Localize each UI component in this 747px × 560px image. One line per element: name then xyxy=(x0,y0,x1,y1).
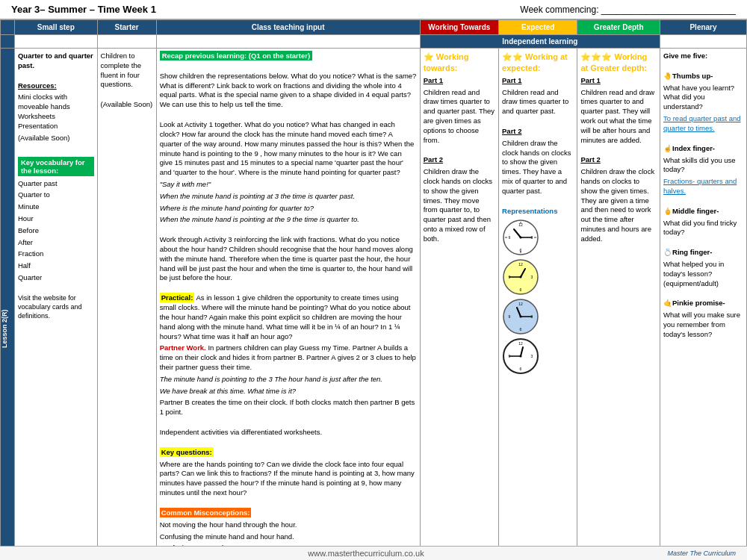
svg-text:9: 9 xyxy=(509,314,511,319)
common-label: Common Misconceptions: xyxy=(160,508,417,518)
exp-part1-label: Part 1 xyxy=(502,76,574,86)
plenary-header: Plenary xyxy=(660,20,747,35)
clock-1: 12 3 6 9 xyxy=(502,219,539,256)
italic1: When the minute hand is pointing at 3 th… xyxy=(160,192,417,202)
exp-part1-text: Children read and draw times quarter to … xyxy=(502,88,574,116)
partner-italic1: The minute hand is pointing to the 3 The… xyxy=(160,375,417,385)
minute: Minute xyxy=(18,202,94,212)
svg-text:6: 6 xyxy=(520,367,522,371)
starter-cell: Children to complete the fluent in four … xyxy=(97,49,156,547)
ct-para1: Show children the representations below.… xyxy=(160,72,417,110)
header-week: Week commencing: _______________________… xyxy=(520,4,736,15)
ct-para2: Look at Activity 1 together. What do you… xyxy=(160,120,417,178)
clock-4: 12 3 6 9 xyxy=(502,337,539,375)
small-step-cell: Quarter to and quarter past. Resources: … xyxy=(14,49,97,547)
exp-cell: ⭐⭐ Working at expected: Part 1 Children … xyxy=(499,49,577,547)
exp-part2-label: Part 2 xyxy=(502,127,574,137)
partner-work: Partner Work. In partners children can p… xyxy=(160,343,417,372)
representations-label: Representations xyxy=(502,207,574,217)
wt-cell: ⭐ Working towards: Part 1 Children read … xyxy=(420,49,498,547)
thumb-text: What have you learnt? What did you under… xyxy=(663,84,743,112)
independent-text: Independent activities via differentiate… xyxy=(160,428,417,438)
gd-header: Greater Depth xyxy=(577,20,660,35)
half: Half xyxy=(18,261,94,271)
svg-text:6: 6 xyxy=(520,327,522,332)
footer-url: www.masterthecurriculum.co.uk xyxy=(86,549,646,558)
key-questions-text: Where are the hands pointing to? Can we … xyxy=(160,460,417,498)
svg-text:12: 12 xyxy=(518,341,523,346)
italic3: When the minute hand is pointing at the … xyxy=(160,215,417,225)
middle-label: 🖕Middle finger- xyxy=(663,207,743,217)
gd-stars: ⭐⭐⭐ Working at Greater depth: xyxy=(580,52,657,74)
key-vocab-box: Key vocabulary for the lesson: xyxy=(18,157,94,176)
starter-text: Children to complete the fluent in four … xyxy=(101,52,153,90)
wt-stars: ⭐ Working towards: xyxy=(424,52,495,74)
say-it: "Say it with me!" xyxy=(160,180,417,190)
wt-part1-label: Part 1 xyxy=(424,76,495,86)
header: Year 3– Summer – Time Week 1 Week commen… xyxy=(0,0,747,19)
wt-part1-text: Children read and draw times quarter to … xyxy=(424,88,495,146)
clock-2: 12 3 6 9 xyxy=(502,258,539,296)
svg-text:3: 3 xyxy=(531,354,533,358)
small-step-header: Small step xyxy=(14,20,97,35)
lesson-col-header xyxy=(1,20,15,35)
index-text: What skills did you use today? xyxy=(663,156,743,175)
exp-part2-text: Children draw the clock hands on clocks … xyxy=(502,139,574,196)
index-label: ☝Index finger- xyxy=(663,144,743,154)
middle-text: What did you find tricky today? xyxy=(663,219,743,238)
svg-text:3: 3 xyxy=(531,275,533,279)
small-step-title: Quarter to and quarter past. xyxy=(18,52,94,71)
resources-text: Mini clocks with moveable hands Workshee… xyxy=(18,93,94,131)
clocks-container: 12 3 6 9 xyxy=(502,219,574,375)
resources-label: Resources: xyxy=(18,81,94,91)
ring-label: 💍Ring finger- xyxy=(663,248,743,258)
svg-text:12: 12 xyxy=(518,302,523,306)
fraction: Fraction xyxy=(18,249,94,259)
independent-header: Independent learning xyxy=(420,35,660,49)
hour: Hour xyxy=(18,214,94,224)
thumb-link: To read quarter past and quarter to time… xyxy=(663,114,743,134)
svg-text:9: 9 xyxy=(509,235,511,240)
gd-part2-label: Part 2 xyxy=(580,155,657,165)
recap-label: Recap previous learning: (Q1 on the star… xyxy=(160,52,417,61)
gd-part1-text: Children read and draw times quarter to … xyxy=(580,88,657,146)
class-teaching-header: Class teaching input xyxy=(156,20,420,35)
before: Before xyxy=(18,226,94,236)
gd-part1-label: Part 1 xyxy=(580,76,657,86)
practical: Practical: As in lesson 1 give children … xyxy=(160,293,417,341)
after: After xyxy=(18,238,94,248)
lesson-label: Lesson 2(R) xyxy=(1,49,15,547)
gd-cell: ⭐⭐⭐ Working at Greater depth: Part 1 Chi… xyxy=(577,49,660,547)
exp-stars: ⭐⭐ Working at expected: xyxy=(502,52,574,74)
svg-point-35 xyxy=(520,355,522,358)
svg-text:12: 12 xyxy=(518,223,523,227)
quarter-to: Quarter to xyxy=(18,190,94,200)
quarter: Quarter xyxy=(18,273,94,283)
footer-logo: Master The Curriculum xyxy=(646,550,736,557)
wt-part2-text: Children draw the clock hands on clocks … xyxy=(424,167,495,244)
ct-para3: Work through Activity 3 reinforcing the … xyxy=(160,235,417,283)
index-link: Fractions- quarters and halves. xyxy=(663,177,743,196)
key-questions-label: Key questions: xyxy=(160,448,417,458)
svg-text:6: 6 xyxy=(520,287,522,292)
italic2: Where is the minute hand pointing for qu… xyxy=(160,204,417,214)
visit-text: Visit the website for vocabulary cards a… xyxy=(18,293,94,320)
gd-part2-text: Children draw the clock hands on clocks … xyxy=(580,167,657,244)
footer: www.masterthecurriculum.co.uk Master The… xyxy=(0,546,747,560)
common2: Confusing the minute hand and hour hand. xyxy=(160,532,417,542)
svg-point-27 xyxy=(520,316,522,318)
starter-available: (Available Soon) xyxy=(101,100,153,110)
available-soon: (Available Soon) xyxy=(18,134,94,143)
pinkie-label: 🤙Pinkie promise- xyxy=(663,299,743,308)
quarter-past: Quarter past xyxy=(18,179,94,189)
plenary-cell: Give me five: 🤚Thumbs up- What have you … xyxy=(660,49,747,547)
exp-header: Expected xyxy=(499,20,577,35)
partner-text2: Partner B creates the time on their cloc… xyxy=(160,398,417,417)
svg-point-11 xyxy=(520,237,522,239)
thumb-label: 🤚Thumbs up- xyxy=(663,72,743,81)
header-title: Year 3– Summer – Time Week 1 xyxy=(11,4,156,15)
svg-point-19 xyxy=(520,276,522,279)
class-teaching-cell: Recap previous learning: (Q1 on the star… xyxy=(156,49,420,547)
ring-text: What helped you in today's lesson? (equi… xyxy=(663,260,743,288)
svg-text:12: 12 xyxy=(518,262,523,267)
